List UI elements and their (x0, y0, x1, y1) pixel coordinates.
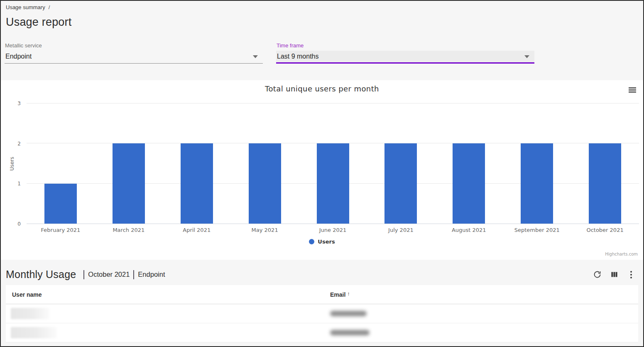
bar-may-2021[interactable] (231, 103, 299, 224)
refresh-icon[interactable] (592, 269, 602, 280)
y-axis-tick: 0 (17, 221, 21, 227)
time-frame-label: Time frame (276, 42, 534, 49)
bar-march-2021[interactable] (95, 103, 163, 224)
y-axis-labels: 0123 (1, 103, 23, 224)
legend-label: Users (318, 239, 335, 245)
x-axis-label: May 2021 (231, 227, 299, 233)
chevron-down-icon (253, 55, 258, 58)
x-axis-label: August 2021 (435, 227, 503, 233)
monthly-usage-month: October 2021 (88, 271, 130, 278)
monthly-usage-table: User name Email ↑ (6, 285, 638, 342)
divider (83, 270, 84, 279)
bar-july-2021[interactable] (367, 103, 435, 224)
monthly-usage-header: Monthly Usage October 2021 Endpoint (6, 260, 637, 281)
filters-row: Metallic service Endpoint Time frame Las… (5, 42, 637, 64)
table-row (6, 304, 638, 323)
redacted-email (330, 311, 367, 316)
chart-title: Total unique users per month (1, 80, 643, 93)
x-axis-label: September 2021 (503, 227, 571, 233)
columns-icon[interactable] (609, 269, 620, 280)
x-axis-label: July 2021 (367, 227, 435, 233)
y-axis-tick: 2 (17, 141, 21, 147)
divider (133, 270, 134, 279)
redacted-user-name (11, 327, 57, 338)
breadcrumb-separator: / (49, 4, 50, 10)
highcharts-credit-link[interactable]: Highcharts.com (605, 252, 638, 256)
hamburger-menu-icon[interactable] (627, 86, 636, 94)
header-section: Usage summary / Usage report Metallic se… (1, 1, 643, 80)
page-title: Usage report (6, 16, 637, 29)
legend-item-users[interactable]: Users (1, 239, 643, 245)
column-header-user-name[interactable]: User name (6, 291, 330, 298)
metallic-service-select[interactable]: Metallic service Endpoint (5, 42, 263, 64)
bar-october-2021[interactable] (571, 103, 639, 224)
monthly-usage-section: Monthly Usage October 2021 Endpoint (1, 260, 643, 346)
y-axis-tick: 3 (17, 101, 21, 106)
chevron-down-icon (524, 55, 529, 58)
table-body (6, 304, 638, 342)
redacted-email (330, 330, 370, 335)
time-frame-select[interactable]: Time frame Last 9 months (276, 42, 534, 64)
bar-february-2021[interactable] (27, 103, 95, 224)
redacted-user-name (11, 308, 49, 319)
time-frame-value-row[interactable]: Last 9 months (276, 51, 534, 64)
bar-june-2021[interactable] (299, 103, 367, 224)
bar-september-2021[interactable] (503, 103, 571, 224)
bar-august-2021[interactable] (435, 103, 503, 224)
bar-april-2021[interactable] (163, 103, 231, 224)
plot-area (27, 103, 639, 224)
x-axis-label: October 2021 (571, 227, 639, 233)
bars (27, 103, 639, 224)
breadcrumb: Usage summary / (6, 4, 637, 10)
monthly-usage-title: Monthly Usage (6, 268, 76, 281)
metallic-service-label: Metallic service (5, 42, 263, 49)
table-actions (592, 269, 637, 280)
x-axis-label: April 2021 (163, 227, 231, 233)
x-axis-label: February 2021 (27, 227, 95, 233)
breadcrumb-link-usage-summary[interactable]: Usage summary (6, 4, 45, 10)
column-header-email-label: Email (330, 291, 345, 298)
legend-marker-icon (309, 239, 314, 244)
x-axis-label: June 2021 (299, 227, 367, 233)
y-axis-tick: 1 (17, 181, 21, 187)
monthly-usage-service: Endpoint (138, 271, 165, 278)
column-header-email[interactable]: Email ↑ (330, 291, 638, 298)
x-axis-labels: February 2021March 2021April 2021May 202… (27, 227, 639, 233)
metallic-service-value-row[interactable]: Endpoint (5, 51, 263, 64)
chart-section: Total unique users per month Users 0123 … (1, 80, 643, 260)
x-axis-label: March 2021 (95, 227, 163, 233)
kebab-menu-icon[interactable] (626, 269, 637, 280)
sort-ascending-icon: ↑ (347, 290, 350, 297)
time-frame-value: Last 9 months (277, 53, 319, 60)
metallic-service-value: Endpoint (5, 53, 32, 60)
usage-report-page: Usage summary / Usage report Metallic se… (1, 1, 643, 346)
table-row (6, 323, 638, 342)
table-header-row: User name Email ↑ (6, 285, 638, 304)
